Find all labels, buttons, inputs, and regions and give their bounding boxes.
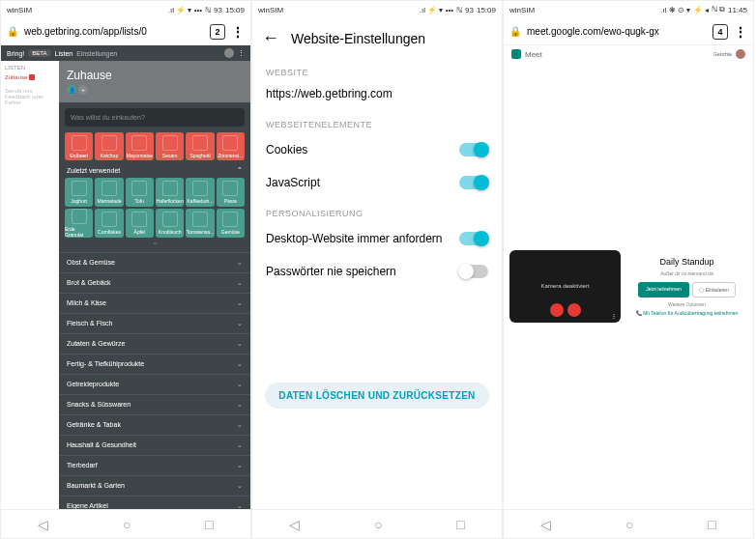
app-name[interactable]: Bring! <box>7 50 24 57</box>
category-row[interactable]: Getreideprodukte⌄ <box>59 374 250 394</box>
sidebar-header: LISTEN <box>5 65 55 71</box>
page-title: Website-Einstellungen <box>291 31 425 46</box>
item-tile[interactable]: Haferflocken <box>156 178 184 206</box>
beta-badge: BETA <box>28 49 50 57</box>
nav-listen[interactable]: Listen <box>55 50 73 57</box>
carrier: winSIM <box>509 6 535 14</box>
mic-button[interactable] <box>550 303 564 317</box>
menu-icon[interactable]: ⋮ <box>734 24 747 40</box>
category-row[interactable]: Snacks & Süsswaren⌄ <box>59 394 250 414</box>
nav-settings[interactable]: Einstellungen <box>76 50 117 57</box>
tab-count[interactable]: 2 <box>210 24 225 40</box>
category-row[interactable]: Zutaten & Gewürze⌄ <box>59 333 250 354</box>
row-javascript[interactable]: JavaScript <box>252 166 502 199</box>
camera-button[interactable] <box>567 303 581 317</box>
row-passwords[interactable]: Passwörter nie speichern <box>252 255 502 288</box>
item-tile[interactable]: Mayonnaise <box>126 132 154 160</box>
camera-preview: Kamera deaktiviert ⋮ <box>509 250 621 323</box>
section-recent[interactable]: Zuletzt verwendet⌃ <box>59 162 250 178</box>
more-icon[interactable]: ⋮ <box>611 312 617 319</box>
search-input[interactable]: Was willst du einkaufen? <box>65 108 245 127</box>
item-tile[interactable]: Tomatensa... <box>186 209 214 238</box>
avatar[interactable] <box>224 48 234 58</box>
more-options[interactable]: Weitere Optionen <box>626 301 747 307</box>
item-tile[interactable]: Gemüse <box>217 209 245 238</box>
main-content: Zuhause 👤+ Was willst du einkaufen? Erdb… <box>59 61 250 509</box>
category-row[interactable]: Brot & Gebäck⌄ <box>59 272 250 293</box>
join-button[interactable]: Jetzt teilnehmen <box>638 282 688 298</box>
carrier: winSIM <box>7 6 32 14</box>
present-icon: ▢ <box>699 287 704 293</box>
item-tile[interactable]: Sesam <box>156 132 184 160</box>
nav-bar: ◁ ○ □ <box>252 509 502 538</box>
url[interactable]: web.getbring.com/app/lists/0 <box>24 26 204 37</box>
item-tile[interactable]: Äpfel <box>126 209 154 238</box>
item-tile[interactable]: Spaghetti <box>186 132 214 160</box>
battery: 93 <box>214 6 222 14</box>
item-tile[interactable]: Zitronensi... <box>217 132 245 160</box>
home-icon[interactable]: ○ <box>123 517 131 532</box>
tab-count[interactable]: 4 <box>712 24 728 40</box>
item-tile[interactable]: Ketchup <box>95 132 123 160</box>
toggle-js[interactable] <box>459 176 488 189</box>
account-label[interactable]: Gerichte <box>713 51 732 57</box>
category-row[interactable]: Fleisch & Fisch⌄ <box>59 313 250 333</box>
sidebar: LISTEN Zuhause Sende uns Feedback oder F… <box>1 61 59 509</box>
category-row[interactable]: Obst & Gemüse⌄ <box>59 252 250 272</box>
recent-icon[interactable]: □ <box>708 517 715 532</box>
dial-in-link[interactable]: 📞 Mit Telefon für Audioübertragung teiln… <box>626 310 747 316</box>
category-row[interactable]: Tierbedarf⌄ <box>59 455 250 475</box>
menu-dots-icon[interactable]: ⋮ <box>238 49 245 57</box>
category-row[interactable]: Getränke & Tabak⌄ <box>59 414 250 435</box>
item-tile[interactable]: Erdbeeri <box>65 132 93 160</box>
row-desktop[interactable]: Desktop-Website immer anfordern <box>252 222 502 255</box>
toggle-desktop[interactable] <box>459 232 488 245</box>
item-tile[interactable]: Marmelade <box>95 178 123 206</box>
toggle-passwords[interactable] <box>459 265 488 278</box>
meet-logo-icon <box>511 49 521 59</box>
website-url: https://web.getbring.com <box>252 81 502 110</box>
url[interactable]: meet.google.com/ewo-qugk-gx <box>527 26 707 37</box>
item-tile[interactable]: Pasta <box>217 178 245 206</box>
collapse-icon[interactable]: ⌃ <box>59 240 250 252</box>
item-tile[interactable]: Tofu <box>126 178 154 206</box>
clear-data-button[interactable]: DATEN LÖSCHEN UND ZURÜCKSETZEN <box>265 383 488 409</box>
avatar[interactable] <box>736 49 745 59</box>
category-row[interactable]: Eigene Artikel⌄ <box>59 496 250 509</box>
chevron-down-icon: ⌄ <box>237 401 243 409</box>
add-user-icon[interactable]: + <box>78 85 88 95</box>
menu-icon[interactable]: ⋮ <box>231 24 245 40</box>
sidebar-feedback[interactable]: Sende uns Feedback oder Fehler <box>5 88 55 105</box>
item-tile[interactable]: Knoblauch <box>156 209 184 238</box>
home-icon[interactable]: ○ <box>374 517 382 532</box>
row-cookies[interactable]: Cookies <box>252 133 502 166</box>
chevron-down-icon: ⌄ <box>237 320 243 327</box>
item-tile[interactable]: Kaffeeboh... <box>186 178 214 206</box>
item-tile[interactable]: Erde Granulat <box>65 209 93 238</box>
settings-header: ← Website-Einstellungen <box>252 18 502 58</box>
meeting-title: Daily Standup <box>626 257 747 267</box>
category-row[interactable]: Baumarkt & Garten⌄ <box>59 475 250 496</box>
home-icon[interactable]: ○ <box>625 517 633 532</box>
back-icon[interactable]: ◁ <box>289 517 300 532</box>
carrier: winSIM <box>258 6 283 14</box>
category-row[interactable]: Haushalt & Gesundheit⌄ <box>59 435 250 455</box>
chevron-down-icon: ⌄ <box>237 421 243 429</box>
back-icon[interactable]: ◁ <box>540 517 551 532</box>
recent-icon[interactable]: □ <box>456 517 464 532</box>
category-row[interactable]: Milch & Käse⌄ <box>59 293 250 313</box>
chevron-down-icon: ⌄ <box>237 441 243 449</box>
meeting-info: Daily Standup Außer dir ist niemand da J… <box>626 257 747 316</box>
category-row[interactable]: Fertig- & Tiefkühlprodukte⌄ <box>59 354 250 374</box>
item-tile[interactable]: Joghurt <box>65 178 93 206</box>
toggle-cookies[interactable] <box>459 143 488 156</box>
item-tile[interactable]: Cornflakes <box>95 209 123 238</box>
user-icon[interactable]: 👤 <box>67 85 76 95</box>
sidebar-item-zuhause[interactable]: Zuhause <box>5 74 55 80</box>
present-button[interactable]: ▢Einladeren <box>692 282 736 298</box>
app-header: Bring! BETA Listen Einstellungen ⋮ <box>1 45 250 61</box>
recent-icon[interactable]: □ <box>205 517 213 532</box>
back-icon[interactable]: ◁ <box>38 517 48 532</box>
back-arrow-icon[interactable]: ← <box>262 28 279 48</box>
chevron-down-icon: ⌄ <box>237 259 243 267</box>
